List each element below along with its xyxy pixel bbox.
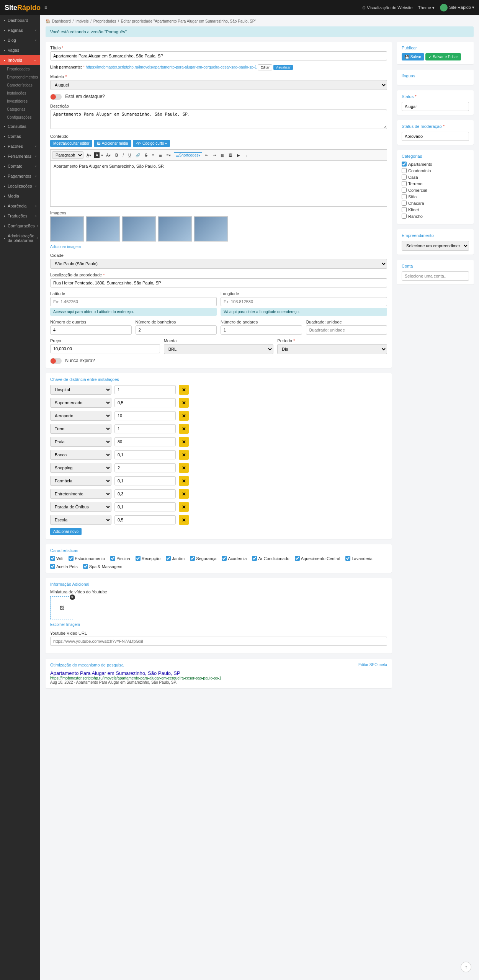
permalink-link[interactable]: https://imobmaster.scriptphp.ru/imoveis/… xyxy=(86,65,257,69)
facility-distance-input[interactable] xyxy=(114,502,176,511)
category-checkbox-label[interactable]: Kitnet xyxy=(402,207,469,212)
latitude-input[interactable] xyxy=(50,297,217,306)
category-checkbox-label[interactable]: Rancho xyxy=(402,214,469,219)
feature-checkbox[interactable] xyxy=(295,556,300,561)
sidebar-subitem[interactable]: Características xyxy=(0,81,40,89)
location-input[interactable] xyxy=(50,278,387,287)
category-checkbox-label[interactable]: Casa xyxy=(402,175,469,180)
category-checkbox-label[interactable]: Comercial xyxy=(402,188,469,193)
yt-url-input[interactable] xyxy=(50,637,387,646)
feature-checkbox[interactable] xyxy=(110,556,115,561)
sidebar-item[interactable]: ▪Vagas xyxy=(0,45,40,55)
sidebar-item[interactable]: ▪Contato‹ xyxy=(0,161,40,171)
latitude-help-link[interactable]: Acesse aqui para obter o Latitude do end… xyxy=(50,308,217,316)
sidebar-item[interactable]: ▪Páginas‹ xyxy=(0,25,40,35)
indent-icon[interactable]: ⇥ xyxy=(211,152,217,158)
scroll-top-button[interactable]: ↑ xyxy=(461,962,471,972)
square-input[interactable] xyxy=(306,325,387,335)
font-color-icon[interactable]: A▾ xyxy=(85,152,93,158)
category-checkbox-label[interactable]: Terreno xyxy=(402,181,469,186)
menu-toggle-icon[interactable]: ≡ xyxy=(44,5,47,10)
remove-facility-button[interactable]: ✕ xyxy=(179,476,189,486)
category-checkbox[interactable] xyxy=(402,194,407,199)
title-input[interactable] xyxy=(50,51,387,60)
account-input[interactable] xyxy=(402,271,469,281)
bg-color-icon[interactable]: A xyxy=(94,152,100,158)
feature-checkbox[interactable] xyxy=(50,564,55,569)
choose-image-link[interactable]: Escolher Imagem xyxy=(50,622,80,627)
category-checkbox[interactable] xyxy=(402,162,407,167)
feature-checkbox[interactable] xyxy=(252,556,257,561)
sidebar-item[interactable]: ▪Contas xyxy=(0,131,40,141)
category-checkbox-label[interactable]: Sítio xyxy=(402,194,469,199)
font-size-icon[interactable]: A▾ xyxy=(105,152,112,158)
category-checkbox-label[interactable]: Apartamento xyxy=(402,162,469,167)
breadcrumb-dashboard[interactable]: Dashboard xyxy=(52,19,71,23)
facility-distance-input[interactable] xyxy=(114,411,176,420)
category-checkbox-label[interactable]: Condomínio xyxy=(402,168,469,173)
facility-distance-input[interactable] xyxy=(114,424,176,433)
facility-distance-input[interactable] xyxy=(114,515,176,524)
link-icon[interactable]: 🔗 xyxy=(134,152,142,158)
feature-checkbox-label[interactable]: Academia xyxy=(222,556,247,561)
rooms-input[interactable] xyxy=(50,325,132,335)
shortcodes-dropdown[interactable]: ☰Shortcodes▾ xyxy=(174,152,203,158)
longitude-help-link[interactable]: Vá aqui para obter a Longitude do endere… xyxy=(221,308,387,316)
feature-checkbox-label[interactable]: Estacionamento xyxy=(69,556,105,561)
model-select[interactable]: Aluguel xyxy=(50,80,387,90)
save-edit-button[interactable]: ✓ Salvar e Editar xyxy=(425,53,461,60)
category-checkbox[interactable] xyxy=(402,175,407,180)
category-checkbox[interactable] xyxy=(402,188,407,193)
period-select[interactable]: Dia xyxy=(277,344,387,354)
remove-facility-button[interactable]: ✕ xyxy=(179,411,189,421)
facility-name-select[interactable]: Hospital xyxy=(50,385,111,395)
outdent-icon[interactable]: ⇤ xyxy=(204,152,210,158)
category-checkbox[interactable] xyxy=(402,201,407,206)
property-image-thumb[interactable] xyxy=(122,216,156,242)
editor-content[interactable]: Apartamento Para Alugar em Sumarezinho, … xyxy=(50,161,387,207)
align-icon[interactable]: ≡▾ xyxy=(165,152,172,158)
save-button[interactable]: 💾 Salvar xyxy=(402,53,424,60)
feature-checkbox[interactable] xyxy=(166,556,171,561)
shortcode-button[interactable]: </> Código curto ▾ xyxy=(133,140,170,147)
featured-toggle[interactable] xyxy=(50,94,62,100)
user-menu[interactable]: Site Rapido ▾ xyxy=(440,4,474,11)
image-icon[interactable]: 🖼 xyxy=(227,152,234,158)
sidebar-subitem[interactable]: Propriedades xyxy=(0,65,40,73)
sidebar-item[interactable]: ▪Administração da plataforma‹ xyxy=(0,231,40,245)
property-image-thumb[interactable] xyxy=(158,216,192,242)
sidebar-item[interactable]: ▪Consultas xyxy=(0,121,40,131)
never-expire-toggle[interactable] xyxy=(50,358,62,364)
remove-facility-button[interactable]: ✕ xyxy=(179,437,189,447)
facility-name-select[interactable]: Supermercado xyxy=(50,398,111,408)
category-checkbox[interactable] xyxy=(402,181,407,186)
property-image-thumb[interactable] xyxy=(50,216,84,242)
italic-icon[interactable]: I xyxy=(121,152,125,158)
remove-facility-button[interactable]: ✕ xyxy=(179,502,189,512)
permalink-view-button[interactable]: Visualizar xyxy=(273,65,293,70)
sidebar-item[interactable]: ▪Dashboard xyxy=(0,15,40,25)
remove-facility-button[interactable]: ✕ xyxy=(179,424,189,434)
remove-facility-button[interactable]: ✕ xyxy=(179,515,189,525)
sidebar-item[interactable]: ▪Configurações‹ xyxy=(0,221,40,231)
edit-seo-link[interactable]: Editar SEO meta xyxy=(358,663,387,670)
toggle-editor-button[interactable]: Mostrar/ocultar editor xyxy=(50,140,92,147)
feature-checkbox[interactable] xyxy=(222,556,227,561)
sidebar-item[interactable]: ▪Blog‹ xyxy=(0,35,40,45)
facility-name-select[interactable]: Parada de Ônibus xyxy=(50,502,111,512)
feature-checkbox-label[interactable]: Recepção xyxy=(136,556,161,561)
sidebar-subitem[interactable]: Investidores xyxy=(0,97,40,105)
more-icon[interactable]: ⋮ xyxy=(243,152,250,158)
permalink-edit-button[interactable]: Editar xyxy=(258,64,272,70)
facility-name-select[interactable]: Escola xyxy=(50,515,111,525)
property-image-thumb[interactable] xyxy=(194,216,228,242)
remove-facility-button[interactable]: ✕ xyxy=(179,450,189,460)
strike-icon[interactable]: S xyxy=(143,152,149,158)
add-image-link[interactable]: Adicionar imagem xyxy=(50,245,81,249)
sidebar-item[interactable]: ▪Pacotes‹ xyxy=(0,141,40,151)
feature-checkbox[interactable] xyxy=(345,556,350,561)
facility-distance-input[interactable] xyxy=(114,450,176,459)
feature-checkbox[interactable] xyxy=(190,556,195,561)
feature-checkbox-label[interactable]: Aceita Pets xyxy=(50,564,78,569)
baths-input[interactable] xyxy=(136,325,217,335)
